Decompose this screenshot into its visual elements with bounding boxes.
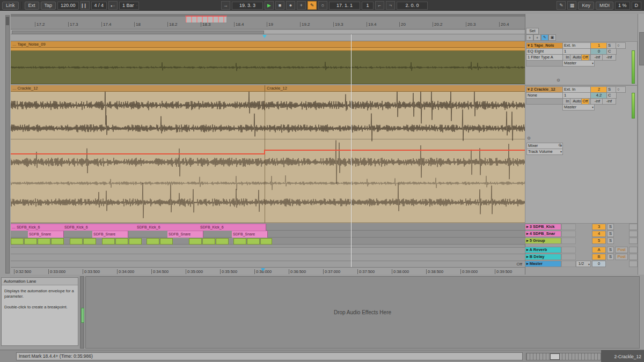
- solo-button[interactable]: S: [607, 238, 614, 244]
- solo-button[interactable]: S: [607, 247, 614, 253]
- master-automation-off-label[interactable]: Off: [516, 262, 522, 267]
- track-header-row[interactable]: A Reverb A S Post: [525, 247, 638, 253]
- track-name[interactable]: B Delay: [525, 254, 561, 260]
- zoom-handle[interactable]: [12, 31, 264, 34]
- group-clip-block[interactable]: [115, 238, 128, 245]
- return-a-lane[interactable]: [11, 247, 525, 254]
- snare-clip[interactable]: SDFB_Snare: [232, 231, 268, 238]
- group-clip-block[interactable]: [189, 238, 202, 245]
- track-header-row[interactable]: 5 Group 5 S: [525, 238, 638, 244]
- track-activator[interactable]: 0: [592, 261, 606, 267]
- kick-clip[interactable]: … SDFB_Kick_6: [11, 224, 65, 231]
- snare-clip[interactable]: SDFB_Snare: [167, 231, 203, 238]
- track-activator[interactable]: 5: [592, 238, 606, 244]
- group-clip-block[interactable]: [202, 238, 215, 245]
- volume-automation-line-2[interactable]: [264, 150, 525, 151]
- clip-crackle-right[interactable]: Crackle_12: [265, 85, 525, 92]
- scrub-area[interactable]: [11, 34, 525, 41]
- draw-mode-button[interactable]: [308, 1, 317, 10]
- fold-icon[interactable]: [528, 43, 530, 48]
- track-name[interactable]: A Reverb: [525, 247, 561, 253]
- fold-icon[interactable]: [526, 254, 529, 259]
- kick-clip[interactable]: SDFB_Kick_6: [136, 224, 201, 231]
- loop-start-display[interactable]: 17. 1. 1: [329, 2, 360, 10]
- overdub-button[interactable]: [297, 1, 306, 10]
- fold-icon[interactable]: [526, 247, 529, 252]
- fold-icon[interactable]: [526, 261, 529, 266]
- arrangement-position-display[interactable]: 19. 3. 3: [232, 2, 263, 10]
- play-button[interactable]: [265, 1, 274, 10]
- fold-icon[interactable]: [528, 87, 530, 92]
- beat-time-ruler[interactable]: 17.2 17.3 17.4 18 18.2 18.3 18.4 19 19.2…: [11, 14, 525, 29]
- output-chooser-tape[interactable]: Master: [562, 60, 595, 67]
- track-header-row[interactable]: Master 1/2 0: [525, 261, 638, 267]
- add-midi-track-button[interactable]: [533, 34, 541, 41]
- track-lane-group[interactable]: [11, 238, 525, 245]
- track-name[interactable]: Master: [525, 261, 561, 267]
- group-clip-block[interactable]: [129, 238, 142, 245]
- arm-button-tape[interactable]: [616, 42, 626, 49]
- group-clip-block[interactable]: [247, 238, 260, 245]
- volume-display-r-tape[interactable]: -inf: [602, 54, 616, 61]
- track-name[interactable]: 4 SDFB_Snar: [525, 231, 561, 237]
- return-b-lane[interactable]: [11, 254, 525, 260]
- loop-length-display[interactable]: 2. 0. 0: [397, 2, 428, 10]
- tempo-display[interactable]: 120.00: [57, 2, 79, 10]
- kick-clip[interactable]: SDFB_Kick_6: [63, 224, 137, 231]
- group-clip-block[interactable]: [70, 238, 83, 245]
- group-clip-block[interactable]: [147, 238, 159, 245]
- group-clip-block[interactable]: [216, 238, 229, 245]
- punch-value-display[interactable]: 1: [362, 2, 374, 10]
- empty-device-slot[interactable]: [526, 60, 565, 67]
- volume-automation-line[interactable]: [11, 153, 265, 154]
- selector-handle[interactable]: [81, 308, 84, 323]
- track-activator[interactable]: B: [592, 254, 606, 260]
- lock-envelopes-button[interactable]: [548, 34, 556, 41]
- group-clip-block[interactable]: [38, 238, 50, 245]
- automation-mode-button[interactable]: [541, 34, 548, 41]
- group-clip-block[interactable]: [51, 238, 64, 245]
- fold-icon[interactable]: [526, 224, 529, 229]
- kick-clip[interactable]: SDFB_Kick_6: [199, 224, 266, 231]
- clip-crackle-left[interactable]: … Crackle_12: [11, 85, 265, 92]
- quantize-menu[interactable]: 1 Bar: [119, 2, 139, 10]
- track-header-row[interactable]: B Delay B S Post: [525, 254, 638, 260]
- midi-map-button[interactable]: MIDI: [596, 2, 613, 10]
- snare-clip[interactable]: SDFB_Snare: [28, 231, 64, 238]
- time-signature-display[interactable]: 4 / 4: [91, 2, 107, 10]
- master-lane[interactable]: Off: [11, 261, 525, 267]
- scrollbar-handle[interactable]: [6, 17, 9, 25]
- tape-waveform-area[interactable]: [11, 51, 525, 84]
- add-audio-track-button[interactable]: [526, 34, 533, 41]
- link-button[interactable]: Link: [2, 2, 19, 10]
- snare-clip[interactable]: SDFB_Snare: [92, 231, 128, 238]
- draw-icon-button[interactable]: [557, 1, 566, 10]
- post-toggle[interactable]: Post: [615, 254, 628, 260]
- output-chooser-crackle[interactable]: Master: [562, 104, 595, 110]
- vertical-scrollbar-left[interactable]: [5, 15, 10, 274]
- group-clip-block[interactable]: [102, 238, 115, 245]
- metronome-icon[interactable]: [108, 1, 118, 10]
- follow-button[interactable]: [221, 1, 230, 10]
- device-view-selector[interactable]: [80, 276, 84, 349]
- track-activator[interactable]: 3: [592, 224, 606, 230]
- remove-lane-icon[interactable]: [558, 143, 562, 147]
- track-header-row[interactable]: 4 SDFB_Snar 4 S: [525, 231, 638, 237]
- arrangement-overview[interactable]: [526, 353, 601, 360]
- fold-icon[interactable]: [526, 238, 529, 243]
- solo-button[interactable]: S: [607, 254, 614, 260]
- zoom-scroll-strip[interactable]: [11, 30, 525, 34]
- automation-param-chooser[interactable]: Track Volume: [526, 149, 563, 155]
- arm-button-crackle[interactable]: [616, 86, 626, 93]
- track-lane-snare[interactable]: SDFB_Snare SDFB_Snare SDFB_Snare SDFB_Sn…: [11, 231, 525, 238]
- computer-midi-keyboard-button[interactable]: [567, 1, 576, 10]
- tap-tempo-button[interactable]: Tap: [41, 2, 56, 10]
- punch-out-button[interactable]: [386, 1, 395, 10]
- time-ruler[interactable]: 0:32:500 0:33:000 0:33:500 0:34:000 0:34…: [11, 267, 525, 275]
- post-toggle[interactable]: Post: [615, 247, 628, 253]
- group-clip-block[interactable]: [160, 238, 173, 245]
- crackle-waveform-area[interactable]: [11, 92, 525, 223]
- key-map-button[interactable]: Key: [578, 2, 594, 10]
- breakpoint-icon[interactable]: [527, 136, 531, 141]
- nudge-icons[interactable]: [80, 1, 90, 10]
